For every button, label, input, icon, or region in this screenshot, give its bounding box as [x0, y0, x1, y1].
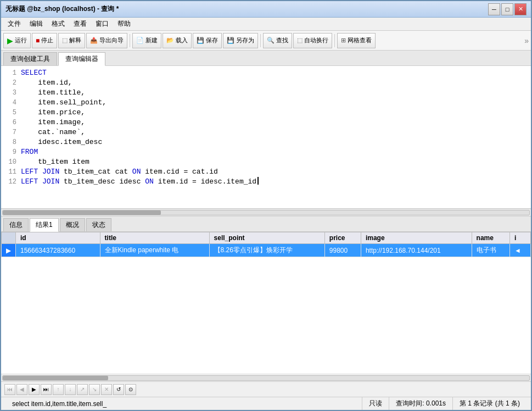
tab-query-editor[interactable]: 查询编辑器 [58, 52, 105, 66]
result-area[interactable]: id title sell_point price image name i ▶… [1, 232, 531, 374]
col-sell-point: sell_point [209, 232, 324, 244]
status-readonly: 只读 [362, 397, 389, 410]
close-button[interactable]: ✕ [514, 3, 527, 15]
result-tab-status[interactable]: 状态 [86, 218, 111, 231]
line-num-11: 11 [5, 167, 21, 177]
col-name: name [472, 232, 510, 244]
sql-col-10: tb_item item [21, 157, 89, 167]
title-bar-buttons: ─ □ ✕ [488, 3, 527, 15]
grid-icon: ⊞ [341, 37, 346, 44]
col-id: id [16, 232, 100, 244]
nav-down-button[interactable]: ↓ [65, 384, 76, 395]
result-scroll-track[interactable] [2, 375, 530, 381]
sql-line-3: 3 item.title, [5, 88, 527, 98]
sql-keyword-leftjoin-2: LEFT JOIN [21, 177, 64, 187]
save-icon: 💾 [197, 37, 204, 44]
explain-label: 解释 [69, 36, 81, 45]
cell-id: 156663437283660 [16, 244, 100, 257]
result-tab-result1[interactable]: 结果1 [30, 218, 59, 232]
menu-window[interactable]: 窗口 [91, 18, 113, 30]
sql-col-3: item.title, [21, 88, 85, 98]
stop-button[interactable]: ■ 停止 [32, 33, 57, 48]
title-bar-text: 无标题 @bz_shop (localhost) - 查询 * [5, 4, 119, 14]
export-button[interactable]: 📤 导出向导 [86, 33, 127, 48]
nav-cancel-button[interactable]: ✕ [101, 384, 112, 395]
explain-button[interactable]: ⬚ 解释 [58, 33, 85, 48]
line-num-5: 5 [5, 108, 21, 118]
col-extra: i [510, 232, 531, 244]
sql-col-4: item.sell_point, [21, 98, 107, 108]
line-num-10: 10 [5, 157, 21, 167]
grid-view-button[interactable]: ⊞ 网格查看 [337, 33, 376, 48]
table-row[interactable]: ▶ 156663437283660 全新Kindle paperwhite 电 … [2, 244, 531, 257]
col-image: image [361, 232, 472, 244]
save-as-icon: 💾 [227, 37, 234, 44]
menu-format[interactable]: 格式 [47, 18, 69, 30]
scroll-thumb[interactable] [3, 210, 161, 215]
status-query-label: select item.id,item.title,item.sell_ [12, 400, 107, 408]
result-h-scrollbar[interactable] [1, 374, 531, 381]
sql-line-10: 10 tb_item item [5, 157, 527, 167]
save-button[interactable]: 💾 保存 [193, 33, 222, 48]
sql-col-6: item.image, [21, 118, 85, 127]
line-num-2: 2 [5, 78, 21, 88]
nav-prev-button[interactable]: ◀ [16, 384, 27, 395]
load-button[interactable]: 📂 载入 [163, 33, 192, 48]
maximize-button[interactable]: □ [501, 3, 513, 15]
sql-leftjoin-1-cond: item.cid = cat.id [145, 167, 218, 177]
load-icon: 📂 [166, 37, 174, 44]
scroll-track[interactable] [2, 210, 530, 215]
line-num-8: 8 [5, 137, 21, 147]
sql-line-11: 11 LEFT JOIN tb_item_cat cat ON item.cid… [5, 167, 527, 177]
menu-view[interactable]: 查看 [69, 18, 91, 30]
grid-label: 网格查看 [348, 36, 372, 45]
result-scroll-thumb[interactable] [3, 376, 108, 380]
find-icon: 🔍 [267, 37, 275, 44]
new-button[interactable]: 📄 新建 [132, 33, 161, 48]
nav-delete-button[interactable]: ↘ [89, 384, 100, 395]
nav-info-button[interactable]: ⊙ [125, 384, 136, 395]
result-tabs: 信息 结果1 概况 状态 [1, 216, 531, 232]
toolbar-divider-2 [260, 34, 261, 47]
save-label: 保存 [206, 36, 218, 45]
line-num-6: 6 [5, 118, 21, 127]
nav-insert-button[interactable]: ↗ [77, 384, 88, 395]
autowrap-button[interactable]: ⬚ 自动换行 [293, 33, 332, 48]
run-icon: ▶ [7, 36, 13, 45]
sql-line-9: 9 FROM [5, 147, 527, 157]
cell-price: 99800 [324, 244, 361, 257]
sql-line-5: 5 item.price, [5, 108, 527, 118]
toolbar-more-button[interactable]: » [524, 36, 529, 45]
sql-keyword-select: SELECT [21, 68, 47, 78]
result-tab-info[interactable]: 信息 [3, 218, 29, 231]
col-title: title [100, 232, 209, 244]
nav-last-button[interactable]: ⏭ [41, 384, 52, 395]
cell-name: 电子书 [472, 244, 510, 257]
sql-col-2: item.id, [21, 78, 72, 88]
menu-edit[interactable]: 编辑 [25, 18, 47, 30]
nav-up-button[interactable]: ↑ [53, 384, 64, 395]
cell-extra: ◄ [510, 244, 531, 257]
result-table: id title sell_point price image name i ▶… [1, 232, 531, 257]
menu-help[interactable]: 帮助 [113, 18, 135, 30]
sql-editor[interactable]: 1 SELECT 2 item.id, 3 item.title, 4 item… [1, 66, 531, 209]
line-num-7: 7 [5, 127, 21, 137]
tab-query-builder[interactable]: 查询创建工具 [3, 52, 57, 65]
row-indicator: ▶ [2, 244, 16, 257]
editor-h-scrollbar[interactable] [1, 209, 531, 216]
autowrap-label: 自动换行 [304, 36, 328, 45]
nav-first-button[interactable]: ⏮ [4, 384, 15, 395]
find-button[interactable]: 🔍 查找 [263, 33, 292, 48]
sql-content: 1 SELECT 2 item.id, 3 item.title, 4 item… [1, 66, 531, 189]
sql-line-8: 8 idesc.item_desc [5, 137, 527, 147]
result-tab-overview[interactable]: 概况 [60, 218, 85, 231]
nav-next-button[interactable]: ▶ [29, 384, 40, 395]
cell-title: 全新Kindle paperwhite 电 [100, 244, 209, 257]
run-button[interactable]: ▶ 运行 [3, 33, 31, 48]
minimize-button[interactable]: ─ [488, 3, 500, 15]
status-query-time: 查询时间: 0.001s [389, 397, 453, 410]
menu-file[interactable]: 文件 [3, 18, 25, 30]
save-as-button[interactable]: 💾 另存为 [223, 33, 258, 48]
nav-refresh-button[interactable]: ↺ [113, 384, 124, 395]
status-record-info: 第 1 条记录 (共 1 条) [453, 397, 527, 410]
